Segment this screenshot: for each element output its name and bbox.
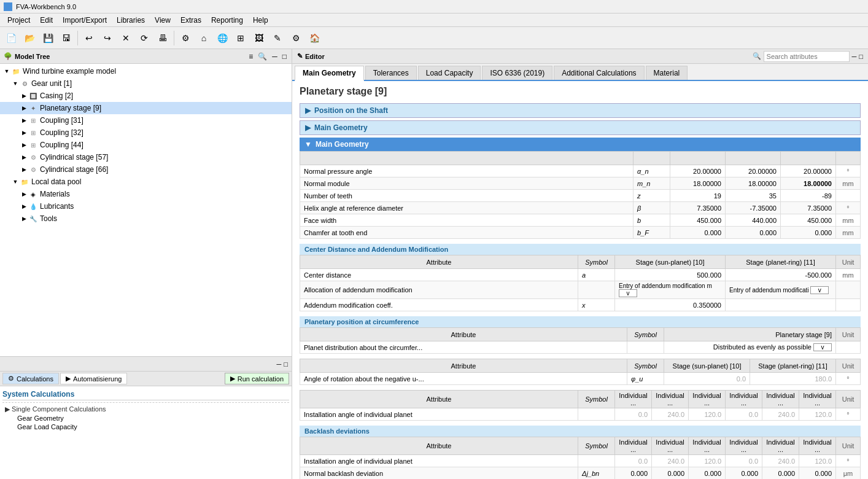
val-cell[interactable]: 0.000 bbox=[670, 227, 726, 239]
menu-reporting[interactable]: Reporting bbox=[206, 15, 248, 26]
val-cell[interactable]: 0.000 bbox=[799, 467, 836, 480]
panel-icon-minimize[interactable]: ─ bbox=[271, 52, 279, 61]
val-cell[interactable]: Entry of addendum modification m v bbox=[615, 281, 726, 299]
expand-icon[interactable]: ▶ bbox=[20, 203, 28, 209]
maximize-editor-icon[interactable]: □ bbox=[859, 53, 863, 60]
minimize-editor-icon[interactable]: ─ bbox=[852, 53, 857, 60]
gear-load-capacity-item[interactable]: Gear Load Capacity bbox=[2, 423, 289, 431]
val-cell[interactable]: 18.00000 bbox=[781, 177, 836, 190]
tab-load-capacity[interactable]: Load Capacity bbox=[418, 66, 481, 80]
tab-additional-calc[interactable]: Additional Calculations bbox=[554, 66, 644, 80]
val-cell[interactable]: 180.0 bbox=[750, 373, 836, 385]
menu-help[interactable]: Help bbox=[248, 15, 273, 26]
val-cell[interactable]: -500.000 bbox=[726, 269, 836, 281]
val-cell[interactable]: 20.00000 bbox=[781, 165, 836, 177]
menu-view[interactable]: View bbox=[150, 15, 176, 26]
val-cell[interactable]: 0.000 bbox=[652, 467, 689, 480]
val-cell[interactable]: 450.000 bbox=[781, 214, 836, 227]
expand-single[interactable]: ▶ bbox=[5, 405, 10, 413]
val-cell[interactable]: 0.350000 bbox=[615, 299, 726, 311]
tab-main-geometry[interactable]: Main Geometry bbox=[295, 66, 364, 81]
val-cell[interactable]: Entry of addendum modificati v bbox=[726, 281, 836, 299]
val-cell[interactable]: 0.000 bbox=[689, 467, 726, 480]
val-cell[interactable]: 120.0 bbox=[689, 408, 726, 421]
section-main-geometry-top[interactable]: ▶ Main Geometry bbox=[300, 120, 861, 135]
panel-icon-list[interactable]: ≡ bbox=[247, 52, 254, 61]
dropdown-alloc2[interactable]: v bbox=[810, 286, 829, 294]
val-cell[interactable]: 440.000 bbox=[726, 214, 781, 227]
calc-button[interactable]: ⚙ bbox=[177, 29, 194, 47]
val-cell[interactable]: 0.0 bbox=[615, 408, 652, 421]
redo-button[interactable]: ↪ bbox=[99, 29, 116, 47]
save-button[interactable]: 💾 bbox=[39, 29, 56, 47]
val-cell[interactable]: 240.0 bbox=[762, 455, 799, 467]
tree-item-coupling-31[interactable]: ▶ ⊞ Coupling [31] bbox=[0, 114, 292, 127]
val-cell[interactable]: 0.0 bbox=[726, 408, 762, 421]
expand-icon[interactable]: ▶ bbox=[20, 191, 28, 197]
menu-extras[interactable]: Extras bbox=[176, 15, 206, 26]
expand-icon[interactable]: ▼ bbox=[11, 179, 20, 185]
val-cell[interactable]: 0.0 bbox=[664, 373, 750, 385]
val-cell[interactable]: 0.000 bbox=[726, 227, 781, 239]
menu-edit[interactable]: Edit bbox=[35, 15, 58, 26]
house2-button[interactable]: 🏠 bbox=[306, 29, 323, 47]
val-cell[interactable]: 0.000 bbox=[762, 467, 799, 480]
tree-area[interactable]: ▼ 📁 Wind turbine example model ▼ ⚙ Gear … bbox=[0, 64, 292, 356]
val-cell[interactable]: 7.35000 bbox=[781, 202, 836, 214]
maximize-calc[interactable]: □ bbox=[284, 360, 288, 368]
undo-button[interactable]: ↩ bbox=[80, 29, 98, 47]
menu-project[interactable]: Project bbox=[2, 15, 35, 26]
val-cell[interactable]: 120.0 bbox=[799, 455, 836, 467]
menu-import-export[interactable]: Import/Export bbox=[58, 15, 112, 26]
val-cell[interactable]: 0.0 bbox=[615, 455, 652, 467]
run-calc-button[interactable]: ▶ Run calculation bbox=[225, 373, 289, 384]
tab-automatisierung[interactable]: ▶ Automatisierung bbox=[60, 373, 128, 384]
val-cell[interactable]: 35 bbox=[726, 190, 781, 202]
tab-iso-6336[interactable]: ISO 6336 (2019) bbox=[482, 66, 552, 80]
home-button[interactable]: ⌂ bbox=[195, 29, 212, 47]
panel-icon-search[interactable]: 🔍 bbox=[257, 52, 268, 61]
val-cell[interactable]: 18.00000 bbox=[726, 177, 781, 190]
expand-icon[interactable]: ▶ bbox=[20, 105, 28, 111]
tree-item-materials[interactable]: ▶ ◈ Materials bbox=[0, 188, 292, 200]
expand-icon[interactable]: ▼ bbox=[11, 80, 20, 87]
val-cell[interactable]: 0.0 bbox=[726, 455, 762, 467]
settings-button[interactable]: ⚙ bbox=[287, 29, 304, 47]
open-button[interactable]: 📂 bbox=[21, 29, 38, 47]
dropdown-dist[interactable]: v bbox=[813, 343, 832, 351]
tree-item-tools[interactable]: ▶ 🔧 Tools bbox=[0, 212, 292, 225]
tree-item-gear-unit[interactable]: ▼ ⚙ Gear unit [1] bbox=[0, 77, 292, 90]
val-cell[interactable]: 240.0 bbox=[762, 408, 799, 421]
tree-item-lubricants[interactable]: ▶ 💧 Lubricants bbox=[0, 200, 292, 212]
tree-item-wind-turbine[interactable]: ▼ 📁 Wind turbine example model bbox=[0, 65, 292, 77]
val-cell[interactable]: 240.0 bbox=[652, 455, 689, 467]
tab-material[interactable]: Material bbox=[646, 66, 688, 80]
dropdown-alloc1[interactable]: v bbox=[619, 289, 637, 297]
val-cell[interactable]: -89 bbox=[781, 190, 836, 202]
val-cell[interactable]: -7.35000 bbox=[726, 202, 781, 214]
tree-item-coupling-44[interactable]: ▶ ⊞ Coupling [44] bbox=[0, 139, 292, 151]
print-button[interactable]: 🖶 bbox=[154, 29, 171, 47]
val-cell[interactable]: 19 bbox=[670, 190, 726, 202]
tree-item-casing[interactable]: ▶ 🔲 Casing [2] bbox=[0, 90, 292, 102]
val-cell[interactable]: 18.00000 bbox=[670, 177, 726, 190]
menu-libraries[interactable]: Libraries bbox=[112, 15, 150, 26]
expand-icon[interactable]: ▶ bbox=[20, 130, 28, 136]
new-button[interactable]: 📄 bbox=[2, 29, 20, 47]
expand-icon[interactable]: ▶ bbox=[20, 142, 28, 148]
save-as-button[interactable]: 🖫 bbox=[58, 29, 75, 47]
search-input[interactable] bbox=[764, 51, 850, 62]
val-cell[interactable]: 0.000 bbox=[781, 227, 836, 239]
panel-icon-maximize[interactable]: □ bbox=[281, 52, 288, 61]
tree-item-local-data-pool[interactable]: ▼ 📁 Local data pool bbox=[0, 176, 292, 188]
minimize-calc[interactable]: ─ bbox=[277, 360, 282, 368]
val-cell[interactable]: 240.0 bbox=[652, 408, 689, 421]
val-cell[interactable]: 20.00000 bbox=[726, 165, 781, 177]
edit2-button[interactable]: ✎ bbox=[269, 29, 286, 47]
val-cell[interactable]: 120.0 bbox=[799, 408, 836, 421]
val-cell[interactable]: 450.000 bbox=[670, 214, 726, 227]
val-cell[interactable]: 500.000 bbox=[615, 269, 726, 281]
tree-item-planetary-stage[interactable]: ▶ ✦ Planetary stage [9] bbox=[0, 102, 292, 114]
section-header-expanded[interactable]: ▼ Main Geometry bbox=[300, 138, 861, 151]
val-cell[interactable]: 7.35000 bbox=[670, 202, 726, 214]
